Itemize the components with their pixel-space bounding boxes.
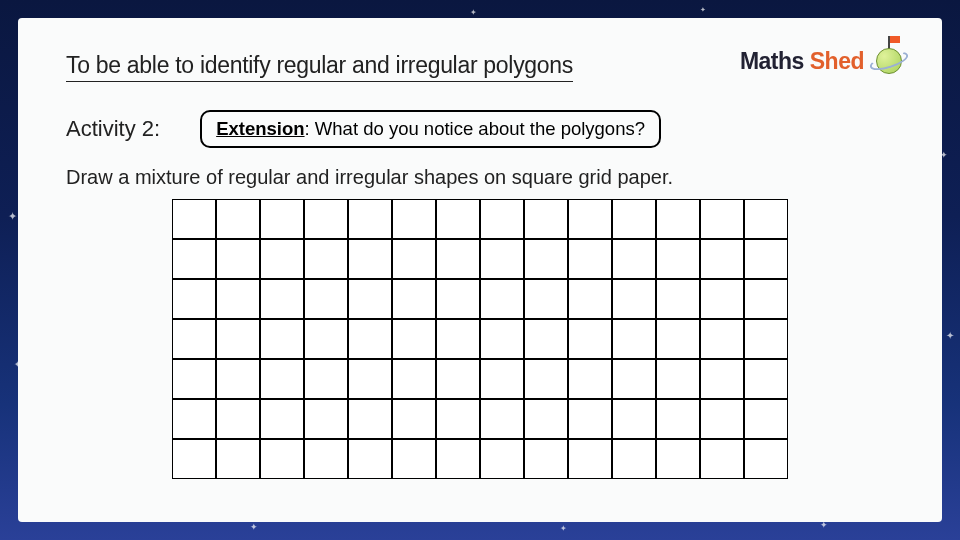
grid-container — [66, 199, 894, 479]
grid-cell — [480, 199, 524, 239]
grid-cell — [700, 359, 744, 399]
grid-cell — [216, 279, 260, 319]
grid-cell — [436, 319, 480, 359]
brand-logo: Maths Shed — [740, 42, 908, 80]
grid-cell — [700, 199, 744, 239]
content-card: Maths Shed To be able to identify regula… — [18, 18, 942, 522]
grid-cell — [612, 359, 656, 399]
activity-row: Activity 2: Extension: What do you notic… — [66, 110, 894, 148]
grid-cell — [656, 319, 700, 359]
brand-word-2: Shed — [810, 48, 864, 74]
instruction-text: Draw a mixture of regular and irregular … — [66, 166, 894, 189]
star-icon: ✦ — [700, 6, 706, 14]
grid-cell — [656, 199, 700, 239]
grid-cell — [348, 199, 392, 239]
grid-cell — [524, 359, 568, 399]
grid-cell — [744, 439, 788, 479]
extension-label: Extension — [216, 118, 304, 139]
grid-cell — [216, 359, 260, 399]
activity-label: Activity 2: — [66, 116, 160, 142]
slide-background: ✦✦✦✦✦✦✦✦✦✦✦✦ Maths Shed To be able to id… — [0, 0, 960, 540]
grid-cell — [260, 319, 304, 359]
planet-icon — [870, 42, 908, 80]
grid-cell — [568, 359, 612, 399]
grid-cell — [348, 359, 392, 399]
grid-cell — [348, 279, 392, 319]
grid-cell — [744, 319, 788, 359]
grid-cell — [348, 399, 392, 439]
grid-cell — [436, 279, 480, 319]
grid-cell — [260, 199, 304, 239]
grid-cell — [392, 319, 436, 359]
grid-cell — [568, 319, 612, 359]
grid-cell — [612, 399, 656, 439]
grid-cell — [348, 319, 392, 359]
grid-cell — [172, 279, 216, 319]
grid-cell — [304, 359, 348, 399]
grid-cell — [700, 279, 744, 319]
grid-cell — [568, 199, 612, 239]
grid-cell — [304, 319, 348, 359]
grid-cell — [612, 279, 656, 319]
grid-cell — [612, 439, 656, 479]
grid-cell — [436, 359, 480, 399]
grid-cell — [304, 199, 348, 239]
grid-cell — [392, 239, 436, 279]
grid-cell — [348, 439, 392, 479]
grid-cell — [172, 319, 216, 359]
star-icon: ✦ — [946, 330, 954, 341]
grid-cell — [216, 319, 260, 359]
grid-cell — [524, 439, 568, 479]
grid-cell — [656, 239, 700, 279]
grid-cell — [216, 439, 260, 479]
grid-cell — [304, 279, 348, 319]
grid-cell — [480, 239, 524, 279]
grid-cell — [524, 319, 568, 359]
grid-cell — [656, 399, 700, 439]
grid-cell — [392, 399, 436, 439]
learning-objective: To be able to identify regular and irreg… — [66, 52, 573, 82]
grid-cell — [172, 239, 216, 279]
grid-cell — [568, 439, 612, 479]
grid-cell — [656, 439, 700, 479]
grid-cell — [260, 239, 304, 279]
grid-cell — [260, 279, 304, 319]
grid-cell — [260, 399, 304, 439]
grid-cell — [436, 199, 480, 239]
grid-cell — [216, 239, 260, 279]
grid-cell — [304, 399, 348, 439]
grid-cell — [524, 199, 568, 239]
grid-cell — [304, 439, 348, 479]
grid-cell — [216, 399, 260, 439]
grid-cell — [656, 279, 700, 319]
grid-cell — [480, 279, 524, 319]
star-icon: ✦ — [470, 8, 477, 17]
grid-cell — [172, 399, 216, 439]
grid-cell — [216, 199, 260, 239]
grid-cell — [568, 399, 612, 439]
grid-cell — [656, 359, 700, 399]
grid-cell — [260, 359, 304, 399]
grid-cell — [700, 399, 744, 439]
grid-cell — [524, 399, 568, 439]
grid-cell — [700, 319, 744, 359]
extension-text: : What do you notice about the polygons? — [305, 118, 645, 139]
brand-word-1: Maths — [740, 48, 804, 74]
grid-cell — [480, 359, 524, 399]
grid-cell — [260, 439, 304, 479]
grid-cell — [524, 239, 568, 279]
grid-cell — [304, 239, 348, 279]
grid-cell — [436, 239, 480, 279]
grid-cell — [612, 239, 656, 279]
grid-cell — [392, 439, 436, 479]
grid-cell — [568, 239, 612, 279]
grid-cell — [392, 359, 436, 399]
star-icon: ✦ — [560, 524, 567, 533]
grid-cell — [480, 319, 524, 359]
star-icon: ✦ — [8, 210, 17, 223]
grid-cell — [172, 439, 216, 479]
grid-cell — [480, 439, 524, 479]
square-grid — [172, 199, 788, 479]
grid-cell — [392, 279, 436, 319]
grid-cell — [568, 279, 612, 319]
